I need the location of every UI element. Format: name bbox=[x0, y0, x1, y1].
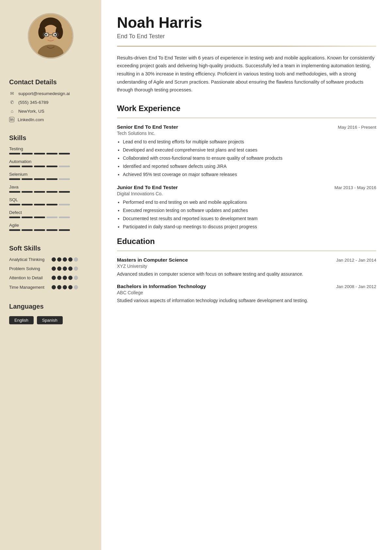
location-icon: ⌂ bbox=[9, 108, 15, 114]
skills-section-title: Skills bbox=[9, 134, 26, 142]
edu-description: Advanced studies in computer science wit… bbox=[117, 271, 376, 278]
skill-segment-filled bbox=[46, 178, 57, 180]
skill-bar bbox=[9, 191, 92, 193]
edu-description: Studied various aspects of information t… bbox=[117, 297, 376, 304]
skill-label: Automation bbox=[9, 159, 92, 164]
skill-label: Java bbox=[9, 185, 92, 189]
languages-list: EnglishSpanish bbox=[9, 316, 63, 324]
job-bullet: Executed regression testing on software … bbox=[123, 207, 376, 214]
job-title: Senior End To End Tester bbox=[117, 124, 178, 130]
skill-item: Testing bbox=[9, 146, 92, 154]
skill-bar bbox=[9, 166, 92, 167]
svg-point-13 bbox=[50, 37, 52, 39]
edu-header: Masters in Computer ScienceJan 2012 - Ja… bbox=[117, 257, 376, 263]
soft-skill-label: Problem Solving bbox=[9, 266, 48, 272]
contact-linkedin: in LinkedIn.com bbox=[9, 117, 70, 122]
job-bullet: Developed and executed comprehensive tes… bbox=[123, 147, 376, 154]
skill-bar bbox=[9, 204, 92, 205]
skill-segment-filled bbox=[22, 166, 33, 167]
job-header: Senior End To End TesterMay 2016 - Prese… bbox=[117, 124, 376, 130]
job-company: Digital Innovations Co. bbox=[117, 191, 376, 196]
dot-filled bbox=[52, 257, 56, 262]
soft-skill-dots bbox=[52, 285, 78, 289]
dot-filled bbox=[52, 267, 56, 271]
skill-label: Agile bbox=[9, 223, 92, 228]
skill-item: Defect bbox=[9, 210, 92, 218]
job-bullets: Performed end to end testing on web and … bbox=[123, 199, 376, 230]
skill-item: Automation bbox=[9, 159, 92, 167]
job-bullet: Performed end to end testing on web and … bbox=[123, 199, 376, 206]
education-entry: Masters in Computer ScienceJan 2012 - Ja… bbox=[117, 257, 376, 278]
soft-skill-label: Analytical Thinking bbox=[9, 257, 48, 263]
svg-point-4 bbox=[38, 25, 46, 39]
job-bullet: Lead end to end testing efforts for mult… bbox=[123, 138, 376, 145]
skill-label: Selenium bbox=[9, 172, 92, 177]
skill-segment-filled bbox=[9, 204, 20, 205]
dot-filled bbox=[63, 285, 67, 289]
skill-segment-filled bbox=[46, 153, 57, 154]
dot-filled bbox=[68, 285, 73, 289]
skill-segment-filled bbox=[22, 178, 33, 180]
job-header: Junior End To End TesterMar 2013 - May 2… bbox=[117, 185, 376, 190]
skill-item: Agile bbox=[9, 223, 92, 231]
soft-skill-dots bbox=[52, 267, 78, 271]
soft-skills-list: Analytical ThinkingProblem SolvingAttent… bbox=[9, 257, 92, 294]
main-content: Noah Harris End To End Tester Results-dr… bbox=[101, 0, 392, 550]
skill-segment-filled bbox=[22, 217, 33, 218]
dot-filled bbox=[63, 257, 67, 262]
phone-icon: ✆ bbox=[9, 99, 15, 105]
soft-skill-item: Analytical Thinking bbox=[9, 257, 92, 263]
skill-segment-filled bbox=[34, 229, 45, 231]
soft-skill-item: Attention to Detail bbox=[9, 275, 92, 281]
edu-degree: Masters in Computer Science bbox=[117, 257, 188, 263]
work-divider bbox=[117, 118, 376, 118]
skill-segment-empty bbox=[46, 217, 57, 218]
skill-item: Java bbox=[9, 185, 92, 193]
job-bullet: Documented test results and reported iss… bbox=[123, 215, 376, 222]
skill-segment-filled bbox=[9, 229, 20, 231]
dot-filled bbox=[63, 276, 67, 280]
edu-header: Bachelors in Information TechnologyJan 2… bbox=[117, 283, 376, 289]
skill-segment-filled bbox=[59, 153, 70, 154]
skill-segment-filled bbox=[22, 153, 33, 154]
header-divider bbox=[117, 46, 376, 47]
skill-label: Defect bbox=[9, 210, 92, 215]
soft-skills-section-title: Soft Skills bbox=[9, 245, 41, 252]
avatar bbox=[28, 13, 74, 59]
languages-section-title: Languages bbox=[9, 303, 44, 310]
skill-segment-filled bbox=[9, 153, 20, 154]
skill-bar bbox=[9, 217, 92, 218]
candidate-title: End To End Tester bbox=[117, 33, 376, 40]
edu-school: XYZ University bbox=[117, 264, 376, 269]
dot-filled bbox=[68, 257, 73, 262]
dot-filled bbox=[68, 267, 73, 271]
job-entry: Senior End To End TesterMay 2016 - Prese… bbox=[117, 124, 376, 178]
job-bullet: Participated in daily stand-up meetings … bbox=[123, 223, 376, 230]
skill-item: SQL bbox=[9, 197, 92, 205]
skill-segment-filled bbox=[34, 217, 45, 218]
skill-segment-filled bbox=[9, 166, 20, 167]
job-entry: Junior End To End TesterMar 2013 - May 2… bbox=[117, 185, 376, 230]
skill-segment-filled bbox=[34, 166, 45, 167]
education-title: Education bbox=[117, 237, 376, 246]
contact-section-title: Contact Details bbox=[9, 78, 57, 86]
skill-bar bbox=[9, 229, 92, 231]
dot-filled bbox=[52, 285, 56, 289]
job-bullets: Lead end to end testing efforts for mult… bbox=[123, 138, 376, 178]
skill-segment-filled bbox=[59, 229, 70, 231]
education-list: Masters in Computer ScienceJan 2012 - Ja… bbox=[117, 257, 376, 304]
summary-text: Results-driven End To End Tester with 6 … bbox=[117, 54, 376, 94]
edu-date: Jan 2008 - Jan 2012 bbox=[336, 284, 376, 289]
skill-segment-filled bbox=[22, 191, 33, 193]
skill-label: SQL bbox=[9, 197, 92, 202]
soft-skill-label: Time Management bbox=[9, 284, 48, 290]
skill-segment-filled bbox=[46, 229, 57, 231]
dot-filled bbox=[57, 257, 61, 262]
skill-bar bbox=[9, 153, 92, 154]
skill-segment-filled bbox=[34, 204, 45, 205]
linkedin-icon: in bbox=[9, 117, 14, 122]
skill-segment-empty bbox=[59, 204, 70, 205]
candidate-name: Noah Harris bbox=[117, 14, 376, 31]
svg-point-5 bbox=[56, 25, 63, 39]
edu-degree: Bachelors in Information Technology bbox=[117, 283, 206, 289]
